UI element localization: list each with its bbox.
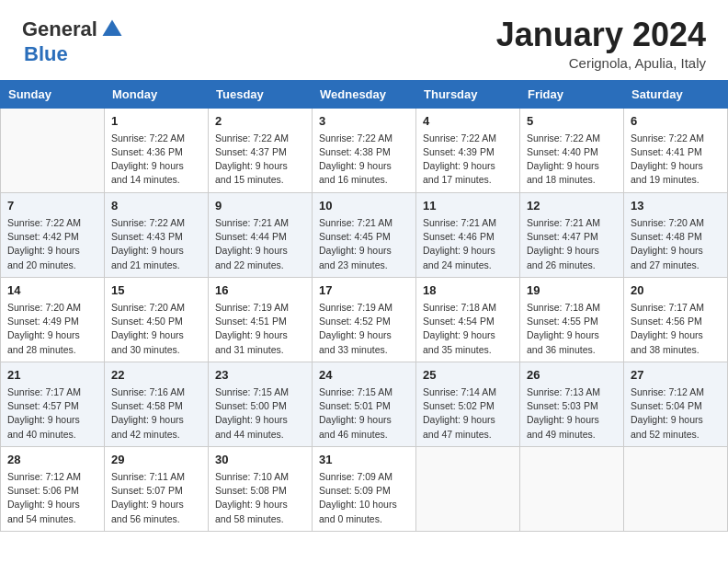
day-number: 3: [319, 113, 409, 130]
day-info: Sunrise: 7:21 AMSunset: 4:47 PMDaylight:…: [527, 216, 617, 272]
logo-blue: Blue: [24, 42, 68, 65]
calendar-cell: 21Sunrise: 7:17 AMSunset: 4:57 PMDayligh…: [1, 362, 105, 446]
calendar-cell: 10Sunrise: 7:21 AMSunset: 4:45 PMDayligh…: [313, 192, 416, 277]
calendar-cell: 13Sunrise: 7:20 AMSunset: 4:48 PMDayligh…: [624, 192, 728, 277]
col-header-saturday: Saturday: [624, 80, 728, 108]
day-info: Sunrise: 7:11 AMSunset: 5:07 PMDaylight:…: [111, 470, 201, 526]
calendar-cell: 7Sunrise: 7:22 AMSunset: 4:42 PMDaylight…: [1, 192, 105, 277]
day-info: Sunrise: 7:12 AMSunset: 5:06 PMDaylight:…: [7, 470, 97, 526]
calendar-cell: 26Sunrise: 7:13 AMSunset: 5:03 PMDayligh…: [520, 362, 624, 446]
day-info: Sunrise: 7:13 AMSunset: 5:03 PMDaylight:…: [527, 385, 617, 442]
day-number: 28: [7, 452, 97, 468]
day-number: 15: [111, 282, 201, 299]
day-info: Sunrise: 7:22 AMSunset: 4:38 PMDaylight:…: [319, 132, 409, 188]
day-info: Sunrise: 7:09 AMSunset: 5:09 PMDaylight:…: [319, 470, 409, 526]
day-number: 31: [319, 452, 409, 468]
day-info: Sunrise: 7:14 AMSunset: 5:02 PMDaylight:…: [423, 385, 513, 442]
calendar-cell: 30Sunrise: 7:10 AMSunset: 5:08 PMDayligh…: [209, 446, 313, 531]
day-info: Sunrise: 7:20 AMSunset: 4:48 PMDaylight:…: [631, 216, 721, 272]
calendar-cell: 19Sunrise: 7:18 AMSunset: 4:55 PMDayligh…: [520, 277, 624, 362]
day-number: 9: [215, 198, 305, 214]
day-info: Sunrise: 7:17 AMSunset: 4:56 PMDaylight:…: [631, 301, 721, 357]
svg-marker-0: [102, 20, 121, 37]
col-header-sunday: Sunday: [1, 80, 105, 108]
calendar-cell: 1Sunrise: 7:22 AMSunset: 4:36 PMDaylight…: [105, 108, 209, 192]
day-number: 19: [527, 282, 617, 299]
calendar-cell: 23Sunrise: 7:15 AMSunset: 5:00 PMDayligh…: [209, 362, 313, 446]
day-info: Sunrise: 7:10 AMSunset: 5:08 PMDaylight:…: [215, 470, 305, 526]
col-header-monday: Monday: [105, 80, 209, 108]
day-info: Sunrise: 7:12 AMSunset: 5:04 PMDaylight:…: [631, 385, 721, 442]
day-info: Sunrise: 7:15 AMSunset: 5:01 PMDaylight:…: [319, 385, 409, 442]
day-info: Sunrise: 7:19 AMSunset: 4:51 PMDaylight:…: [215, 301, 305, 357]
day-info: Sunrise: 7:22 AMSunset: 4:43 PMDaylight:…: [111, 216, 201, 272]
calendar-cell: 18Sunrise: 7:18 AMSunset: 4:54 PMDayligh…: [416, 277, 520, 362]
calendar-cell: 2Sunrise: 7:22 AMSunset: 4:37 PMDaylight…: [209, 108, 313, 192]
day-info: Sunrise: 7:22 AMSunset: 4:37 PMDaylight:…: [215, 132, 305, 188]
day-number: 7: [7, 198, 97, 214]
day-number: 18: [423, 282, 513, 299]
calendar-cell: 17Sunrise: 7:19 AMSunset: 4:52 PMDayligh…: [313, 277, 416, 362]
col-header-thursday: Thursday: [416, 80, 520, 108]
calendar-cell: 9Sunrise: 7:21 AMSunset: 4:44 PMDaylight…: [209, 192, 313, 277]
calendar-cell: [624, 446, 728, 531]
page-header: General Blue January 2024 Cerignola, Apu…: [0, 0, 728, 80]
day-info: Sunrise: 7:21 AMSunset: 4:46 PMDaylight:…: [423, 216, 513, 272]
col-header-wednesday: Wednesday: [313, 80, 416, 108]
day-number: 10: [319, 198, 409, 214]
day-number: 22: [111, 367, 201, 384]
day-number: 30: [215, 452, 305, 468]
day-info: Sunrise: 7:15 AMSunset: 5:00 PMDaylight:…: [215, 385, 305, 442]
calendar-cell: 5Sunrise: 7:22 AMSunset: 4:40 PMDaylight…: [520, 108, 624, 192]
day-info: Sunrise: 7:22 AMSunset: 4:36 PMDaylight:…: [111, 132, 201, 188]
day-number: 2: [215, 113, 305, 130]
day-info: Sunrise: 7:18 AMSunset: 4:54 PMDaylight:…: [423, 301, 513, 357]
day-info: Sunrise: 7:22 AMSunset: 4:41 PMDaylight:…: [631, 132, 721, 188]
day-info: Sunrise: 7:22 AMSunset: 4:39 PMDaylight:…: [423, 132, 513, 188]
day-number: 11: [423, 198, 513, 214]
calendar-cell: 22Sunrise: 7:16 AMSunset: 4:58 PMDayligh…: [105, 362, 209, 446]
calendar-cell: [520, 446, 624, 531]
day-info: Sunrise: 7:22 AMSunset: 4:42 PMDaylight:…: [7, 216, 97, 272]
calendar-cell: [1, 108, 105, 192]
calendar-cell: 24Sunrise: 7:15 AMSunset: 5:01 PMDayligh…: [313, 362, 416, 446]
month-title: January 2024: [496, 17, 706, 53]
logo-icon: [99, 17, 125, 42]
calendar-cell: 12Sunrise: 7:21 AMSunset: 4:47 PMDayligh…: [520, 192, 624, 277]
day-number: 6: [631, 113, 721, 130]
day-number: 4: [423, 113, 513, 130]
day-info: Sunrise: 7:21 AMSunset: 4:44 PMDaylight:…: [215, 216, 305, 272]
day-info: Sunrise: 7:16 AMSunset: 4:58 PMDaylight:…: [111, 385, 201, 442]
day-number: 5: [527, 113, 617, 130]
col-header-tuesday: Tuesday: [209, 80, 313, 108]
calendar-cell: 14Sunrise: 7:20 AMSunset: 4:49 PMDayligh…: [1, 277, 105, 362]
day-info: Sunrise: 7:22 AMSunset: 4:40 PMDaylight:…: [527, 132, 617, 188]
day-number: 16: [215, 282, 305, 299]
day-number: 25: [423, 367, 513, 384]
calendar-cell: 25Sunrise: 7:14 AMSunset: 5:02 PMDayligh…: [416, 362, 520, 446]
calendar-cell: 4Sunrise: 7:22 AMSunset: 4:39 PMDaylight…: [416, 108, 520, 192]
day-number: 17: [319, 282, 409, 299]
day-number: 27: [631, 367, 721, 384]
calendar-cell: 16Sunrise: 7:19 AMSunset: 4:51 PMDayligh…: [209, 277, 313, 362]
day-number: 26: [527, 367, 617, 384]
calendar-cell: 3Sunrise: 7:22 AMSunset: 4:38 PMDaylight…: [313, 108, 416, 192]
day-number: 14: [7, 282, 97, 299]
day-info: Sunrise: 7:21 AMSunset: 4:45 PMDaylight:…: [319, 216, 409, 272]
day-number: 13: [631, 198, 721, 214]
day-info: Sunrise: 7:17 AMSunset: 4:57 PMDaylight:…: [7, 385, 97, 442]
location-title: Cerignola, Apulia, Italy: [496, 55, 706, 71]
calendar-cell: 31Sunrise: 7:09 AMSunset: 5:09 PMDayligh…: [313, 446, 416, 531]
day-number: 24: [319, 367, 409, 384]
logo-general: General: [22, 17, 97, 41]
calendar-cell: [416, 446, 520, 531]
calendar-cell: 27Sunrise: 7:12 AMSunset: 5:04 PMDayligh…: [624, 362, 728, 446]
col-header-friday: Friday: [520, 80, 624, 108]
day-info: Sunrise: 7:19 AMSunset: 4:52 PMDaylight:…: [319, 301, 409, 357]
day-number: 23: [215, 367, 305, 384]
day-info: Sunrise: 7:20 AMSunset: 4:49 PMDaylight:…: [7, 301, 97, 357]
day-number: 21: [7, 367, 97, 384]
day-number: 8: [111, 198, 201, 214]
day-number: 12: [527, 198, 617, 214]
calendar-cell: 28Sunrise: 7:12 AMSunset: 5:06 PMDayligh…: [1, 446, 105, 531]
